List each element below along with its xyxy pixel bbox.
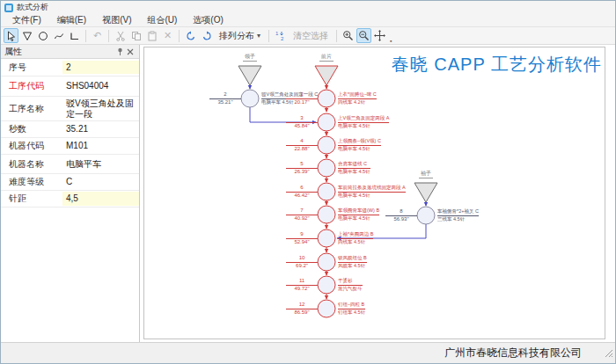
property-row-seconds[interactable]: 秒数 35.21 <box>1 121 139 138</box>
company-name: 广州市春晓信息科技有限公司 <box>444 346 582 360</box>
process-node[interactable] <box>241 90 259 107</box>
source-triangle[interactable] <box>414 183 437 202</box>
node-seconds: 49.72" <box>294 286 309 291</box>
node-number: 8 <box>385 208 417 216</box>
delete-icon[interactable]: ✕ <box>160 28 175 43</box>
copy-icon[interactable] <box>128 28 143 43</box>
node-machine: 凤眼车 4.5针 <box>338 263 365 268</box>
zoom-out-icon[interactable] <box>356 28 371 43</box>
process-node[interactable] <box>318 276 335 294</box>
node-number: 5 <box>286 161 318 169</box>
property-value[interactable]: 电脑平车 <box>62 157 139 171</box>
node-description: 车前筒拉条及落坑线固定两段 A电脑平车 4.5针 <box>338 185 406 199</box>
process-node[interactable] <box>318 300 335 317</box>
property-value[interactable]: 35.21 <box>62 122 139 136</box>
node-operation: 车袖侧骨*2+袖叉 C <box>437 208 479 216</box>
circle-tool-icon[interactable] <box>35 28 50 43</box>
property-row-seq[interactable]: 序号 2 <box>1 59 139 76</box>
undo-icon[interactable]: ↶ <box>90 28 105 43</box>
node-operation: 上V领三角及固定两段 A <box>338 115 389 123</box>
diagram-canvas[interactable]: 春晓 CAPP 工艺分析软件 领子前片袖子235.21"驳V领三角处及固定一段 … <box>140 45 615 342</box>
node-operation: 干烫衫 <box>338 278 363 286</box>
node-machine: 电脑平车 4.5针 <box>338 193 370 198</box>
node-number: 7 <box>286 207 318 215</box>
process-node[interactable] <box>318 229 335 247</box>
paste-icon[interactable] <box>144 28 159 43</box>
toolbar-overflow-icon[interactable]: ▪ <box>390 38 392 44</box>
property-value[interactable]: C <box>62 175 139 189</box>
rotate-left-icon[interactable] <box>183 28 198 43</box>
property-value[interactable]: 2 <box>62 61 139 75</box>
svg-text:2: 2 <box>281 36 284 41</box>
node-machine: 蒸汽气熨斗 <box>338 286 363 291</box>
source-triangle[interactable] <box>238 66 261 85</box>
process-node[interactable] <box>318 206 335 223</box>
arrange-distribute-label: 排列分布 <box>219 30 254 42</box>
process-node[interactable] <box>318 90 335 107</box>
node-machine: 电脑平车 4.5针 <box>338 215 370 221</box>
menu-options[interactable]: 选项(O) <box>185 14 231 26</box>
renumber-icon[interactable]: 12 <box>273 28 288 43</box>
node-fraction: 646.42" <box>286 185 318 199</box>
svg-text:1: 1 <box>275 31 279 36</box>
node-fraction: 120.17" <box>286 91 318 106</box>
property-value[interactable]: M101 <box>62 139 139 153</box>
window-title: 款式分析 <box>17 2 48 13</box>
arrange-distribute-button[interactable]: 排列分布 <box>215 28 265 43</box>
node-operation: 锁凤眼纽位 B <box>338 255 367 263</box>
close-icon[interactable] <box>125 47 136 57</box>
connector-tool-icon[interactable] <box>67 28 82 43</box>
cut-icon[interactable] <box>113 28 128 43</box>
node-number: 1 <box>286 91 318 99</box>
property-label: 机器代码 <box>1 138 62 154</box>
process-node[interactable] <box>318 113 335 131</box>
node-machine: 三线车 4.5针 <box>437 216 465 222</box>
property-row-stitch[interactable]: 针距 4,5 <box>1 191 139 207</box>
menu-file[interactable]: 文件(F) <box>4 14 49 26</box>
menu-edit[interactable]: 编辑(E) <box>49 14 94 26</box>
property-row-difficulty[interactable]: 难度等级 C <box>1 174 139 191</box>
node-operation: 上衣*固膊位–啤 C <box>338 91 377 99</box>
menu-view[interactable]: 视图(V) <box>94 14 139 26</box>
node-number: 11 <box>286 278 318 286</box>
node-fraction: 740.92" <box>286 207 318 222</box>
node-machine: 电脑平车 4.5针 <box>338 146 370 151</box>
zoom-in-icon[interactable] <box>341 28 356 43</box>
node-fraction: 952.94" <box>286 231 318 245</box>
triangle-tool-icon[interactable] <box>19 28 34 43</box>
process-node[interactable] <box>318 136 335 154</box>
process-node[interactable] <box>318 183 335 200</box>
source-triangle[interactable] <box>315 66 338 85</box>
process-node[interactable] <box>318 253 335 271</box>
pin-icon[interactable] <box>114 47 125 57</box>
node-fraction: 1069.2" <box>286 255 318 269</box>
process-node[interactable] <box>318 159 335 177</box>
node-fraction: 235.21" <box>209 91 241 106</box>
resize-grip[interactable] <box>605 346 613 361</box>
node-seconds: 69.2" <box>296 263 308 268</box>
menu-group[interactable]: 组合(U) <box>139 14 185 26</box>
rotate-right-icon[interactable] <box>199 28 214 43</box>
property-row-machine-name[interactable]: 机器名称 电脑平车 <box>1 155 139 174</box>
property-label: 难度等级 <box>1 174 62 190</box>
property-value[interactable]: 驳V领三角处及固定一段 <box>62 97 139 120</box>
app-window: 款式分析 文件(F) 编辑(E) 视图(V) 组合(U) 选项(O) ↶ <box>0 0 616 364</box>
title-bar: 款式分析 <box>1 1 615 14</box>
pan-icon[interactable] <box>372 28 387 43</box>
property-row-process-code[interactable]: 工序代码 SHS04004 <box>1 76 139 97</box>
node-machine: 电脑平车 4.5针 <box>338 169 370 174</box>
process-node[interactable] <box>417 207 435 224</box>
clear-selection-button[interactable]: 清空选择 <box>289 28 333 43</box>
pointer-tool-icon[interactable] <box>4 28 18 43</box>
property-row-process-name[interactable]: 工序名称 驳V领三角处及固定一段 <box>1 97 139 121</box>
node-machine: 四线车 4.5针 <box>338 239 365 244</box>
node-operation: 合肩车缝线 C <box>338 161 370 169</box>
node-description: 车领圈骨车缝(W) B电脑平车 4.5针 <box>338 207 379 222</box>
property-row-machine-code[interactable]: 机器代码 M101 <box>1 138 139 155</box>
curve-tool-icon[interactable] <box>51 28 66 43</box>
node-seconds: 56.93" <box>393 216 408 222</box>
property-value[interactable]: 4,5 <box>62 192 139 206</box>
node-number: 4 <box>286 138 318 146</box>
property-value[interactable]: SHS04004 <box>62 79 139 93</box>
node-operation: 上袖*夹圈两边 B <box>338 231 373 239</box>
